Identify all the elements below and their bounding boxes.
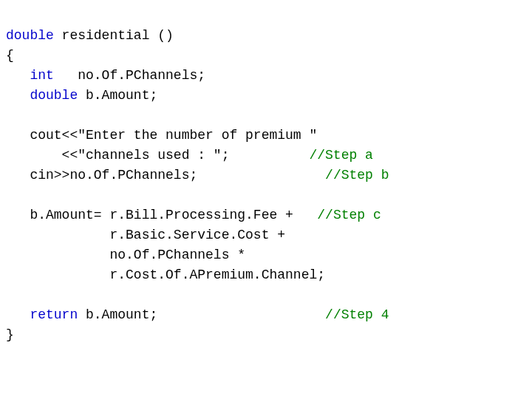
code-line: no.Of.PChannels * xyxy=(6,248,245,262)
indent xyxy=(6,68,30,83)
code-line: } xyxy=(6,327,14,342)
keyword-int: int xyxy=(30,68,53,83)
comment-step-a: //Step a xyxy=(309,148,372,163)
code-line: double residential () xyxy=(6,28,174,43)
code-line: int no.Of.PChannels; xyxy=(6,68,205,83)
code-text: <<"channels used : "; xyxy=(6,148,309,163)
indent xyxy=(6,307,30,322)
code-line: { xyxy=(6,48,14,63)
comment-step-c: //Step c xyxy=(317,208,381,222)
code-text: b.Amount; xyxy=(78,307,325,322)
keyword-return: return xyxy=(30,307,78,322)
code-text: residential () xyxy=(54,28,174,43)
code-line: return b.Amount; //Step 4 xyxy=(6,307,389,322)
code-text: b.Amount= r.Bill.Processing.Fee + xyxy=(6,208,317,222)
code-text: no.Of.PChannels; xyxy=(54,68,205,83)
code-line: <<"channels used : "; //Step a xyxy=(6,148,373,163)
code-text: cin>>no.Of.PChannels; xyxy=(6,168,325,183)
indent xyxy=(6,88,30,103)
keyword-double: double xyxy=(6,28,54,43)
code-text: b.Amount; xyxy=(78,88,157,103)
code-line: cin>>no.Of.PChannels; //Step b xyxy=(6,168,389,183)
comment-step-4: //Step 4 xyxy=(325,307,389,322)
keyword-double: double xyxy=(30,88,78,103)
code-line: r.Basic.Service.Cost + xyxy=(6,228,285,242)
code-line: double b.Amount; xyxy=(6,88,157,103)
code-line: cout<<"Enter the number of premium " xyxy=(6,128,317,143)
comment-step-b: //Step b xyxy=(325,168,389,183)
code-line: b.Amount= r.Bill.Processing.Fee + //Step… xyxy=(6,208,381,222)
code-line: r.Cost.Of.APremium.Channel; xyxy=(6,267,325,282)
